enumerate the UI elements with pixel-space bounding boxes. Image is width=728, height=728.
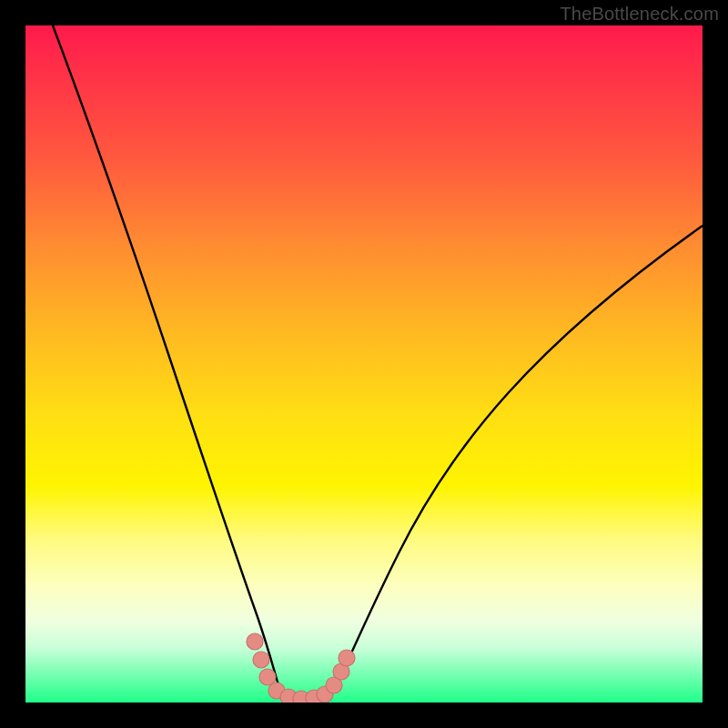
plot-area [25,25,703,703]
curve-left-branch [53,25,279,688]
curve-right-branch [333,226,703,692]
curve-layer [25,25,703,703]
watermark-text: TheBottleneck.com [560,4,719,25]
marker-dot [253,652,269,668]
marker-dot [247,633,263,650]
marker-group [247,633,355,703]
marker-dot [339,650,355,666]
chart-frame: TheBottleneck.com [0,0,728,728]
